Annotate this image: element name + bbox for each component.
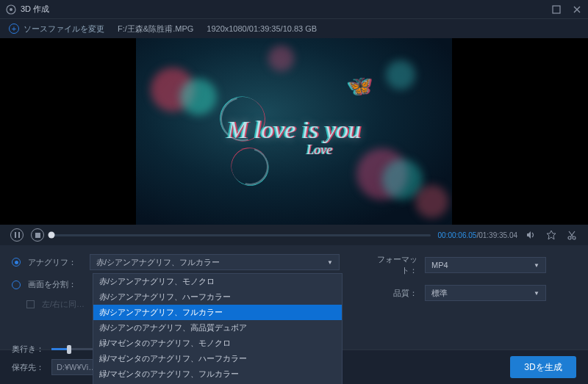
change-source-button[interactable]: + ソースファイルを変更 [9,23,104,35]
svg-rect-3 [15,232,16,238]
lr-same-checkbox[interactable] [26,300,35,308]
generate-3d-label: 3Dを生成 [524,361,562,374]
save-path-value: D:¥W¥Vi… [57,363,96,372]
preview-area: 🦋 M love is you Love [0,38,588,225]
dropdown-item[interactable]: 緑/マゼンタのアナグリフ、フルカラー [93,366,342,382]
save-path-field[interactable]: D:¥W¥Vi… [51,359,96,375]
timecode: 00:00:06.05/01:39:35.04 [438,231,517,239]
seek-bar[interactable] [51,234,431,236]
window-title: 3D 作成 [21,4,551,15]
anaglyph-label: アナグリフ： [28,257,76,268]
volume-icon[interactable] [525,229,537,241]
plus-icon: + [9,23,19,34]
dropdown-item[interactable]: 赤/シアンのアナグリフ、高品質デュボア [93,320,342,336]
butterfly-graphic: 🦋 [348,75,371,98]
generate-3d-button[interactable]: 3Dを生成 [510,356,576,378]
title-bar: 3D 作成 [0,0,588,19]
chevron-down-icon: ▼ [327,259,333,266]
svg-rect-5 [35,233,40,238]
anaglyph-select[interactable]: 赤/シアンアナグリフ、フルカラー ▼ [90,254,340,270]
source-bar: + ソースファイルを変更 F:/王森&陈胜甫.MPG 1920x1080/01:… [0,19,588,38]
preview-text-sub: Love [306,142,332,158]
time-current: 00:00:06.05 [438,231,477,239]
stop-button[interactable] [31,228,44,242]
split-screen-label: 画面を分割： [28,279,76,290]
split-screen-radio[interactable] [12,280,21,289]
svg-rect-4 [18,232,20,238]
chevron-down-icon: ▼ [534,262,539,269]
preview-text-main: M love is you [227,116,361,144]
app-icon [6,4,16,15]
quality-label: 品質： [365,288,417,299]
dropdown-item[interactable]: 赤/シアンアナグリフ、モノクロ [93,274,342,289]
depth-thumb[interactable] [67,345,71,354]
anaglyph-dropdown[interactable]: 赤/シアンアナグリフ、モノクロ赤/シアンアナグリフ、ハーフカラー赤/シアンアナグ… [93,273,343,384]
playback-controls: 00:00:06.05/01:39:35.04 [0,225,588,245]
depth-label: 奥行き： [12,344,44,355]
svg-rect-2 [553,6,560,13]
dropdown-item[interactable]: 緑/マゼンタのアナグリフ、ハーフカラー [93,351,342,366]
time-duration: 01:39:35.04 [478,231,517,239]
chevron-down-icon: ▼ [534,290,539,297]
snapshot-icon[interactable] [545,229,557,241]
source-metadata: 1920x1080/01:39:35/10.83 GB [207,24,317,33]
source-filepath: F:/王森&陈胜甫.MPG [118,23,193,35]
svg-point-1 [10,8,12,11]
anaglyph-select-value: 赤/シアンアナグリフ、フルカラー [96,257,220,268]
save-location-label: 保存先： [12,362,44,373]
settings-panel: アナグリフ： 赤/シアンアナグリフ、フルカラー ▼ 画面を分割： 左/右に同… … [0,245,588,349]
format-label: フォーマット： [365,254,417,276]
change-source-label: ソースファイルを変更 [24,23,104,35]
quality-select[interactable]: 標準 ▼ [425,285,546,301]
video-preview[interactable]: 🦋 M love is you Love [136,38,452,225]
format-select[interactable]: MP4 ▼ [425,257,546,273]
dropdown-item[interactable]: 赤/シアンアナグリフ、フルカラー [93,305,342,320]
format-value: MP4 [431,261,448,269]
cut-icon[interactable] [566,229,578,241]
dropdown-item[interactable]: 緑/マゼンタのアナグリフ、モノクロ [93,336,342,351]
close-button[interactable] [572,4,582,15]
lr-same-label: 左/右に同… [42,299,85,310]
anaglyph-radio[interactable] [12,258,21,267]
seek-thumb[interactable] [49,232,55,239]
dropdown-item[interactable]: 赤/シアンアナグリフ、ハーフカラー [93,289,342,305]
quality-value: 標準 [431,288,448,299]
pause-button[interactable] [10,228,24,242]
minimize-button[interactable] [551,4,562,15]
